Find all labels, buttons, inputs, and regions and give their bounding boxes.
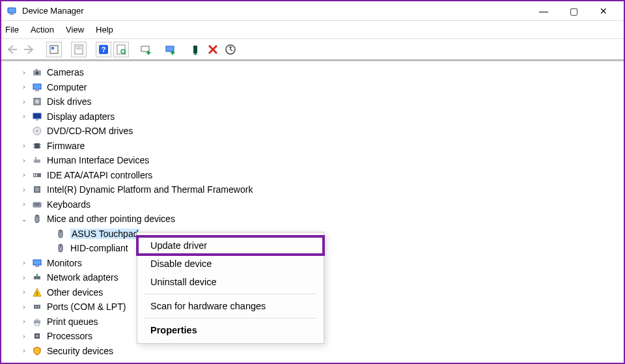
forward-icon (21, 42, 37, 57)
chevron-right-icon[interactable]: › (20, 259, 29, 266)
help-icon[interactable]: ? (96, 42, 111, 57)
tree-node-label: Monitors (47, 258, 82, 268)
tree-node[interactable]: DVD/CD-ROM drives (1, 124, 624, 139)
maximize-button[interactable]: ▢ (559, 1, 589, 21)
svg-point-17 (36, 72, 39, 75)
camera-icon (31, 66, 43, 78)
chevron-right-icon[interactable]: › (20, 303, 29, 311)
svg-point-55 (35, 306, 36, 307)
svg-rect-23 (33, 113, 41, 119)
tree-node-label: Disk drives (47, 96, 91, 107)
tree-node[interactable]: ›Cameras (1, 65, 624, 80)
security-icon (31, 345, 43, 357)
tree-node-label: Display adapters (47, 111, 115, 122)
properties-icon[interactable] (71, 42, 87, 57)
tree-node[interactable]: ⌄Mice and other pointing devices (1, 212, 624, 227)
chevron-right-icon[interactable]: › (20, 274, 29, 281)
svg-text:!: ! (36, 290, 38, 297)
cm-disable-device[interactable]: Disable device (137, 255, 324, 273)
tree-node-label: Mice and other pointing devices (47, 214, 175, 224)
chevron-right-icon[interactable]: › (20, 288, 29, 296)
chevron-right-icon[interactable]: › (20, 201, 29, 208)
menu-file[interactable]: File (5, 25, 19, 35)
menu-help[interactable]: Help (96, 25, 113, 35)
cm-separator (144, 318, 317, 318)
disable-icon[interactable] (188, 42, 203, 57)
tree-node[interactable]: ›Keyboards (1, 197, 624, 212)
cm-separator (144, 294, 317, 294)
svg-text:?: ? (102, 46, 106, 53)
svg-rect-49 (35, 266, 39, 267)
toolbar: ? (1, 39, 624, 61)
tree-node-label: Processors (47, 331, 92, 341)
chevron-right-icon[interactable]: › (20, 333, 29, 340)
tree-node-label: HID-compliant (70, 243, 128, 253)
chevron-down-icon[interactable]: ⌄ (20, 216, 29, 223)
chevron-right-icon[interactable]: › (20, 83, 29, 91)
cm-scan-hardware[interactable]: Scan for hardware changes (137, 297, 324, 315)
tree-node[interactable]: ›Disk drives (1, 94, 624, 109)
menu-view[interactable]: View (66, 25, 84, 35)
chevron-right-icon[interactable]: › (20, 347, 29, 354)
tree-node[interactable]: ›Human Interface Devices (1, 153, 624, 168)
svg-rect-59 (35, 323, 39, 326)
device-tree[interactable]: ›Cameras›Computer›Disk drives›Display ad… (1, 61, 624, 362)
tree-node[interactable]: ›Computer (1, 80, 624, 95)
chevron-right-icon[interactable]: › (20, 113, 29, 120)
svg-point-26 (36, 130, 38, 132)
cm-update-driver[interactable]: Update driver (137, 236, 324, 255)
tree-node[interactable]: ›IDE ATA/ATAPI controllers (1, 168, 624, 183)
titlebar: Device Manager — ▢ ✕ (1, 1, 624, 21)
update-driver-icon[interactable] (163, 42, 178, 57)
show-hidden-icon[interactable] (46, 42, 62, 57)
tree-node[interactable]: ›Security devices (1, 344, 624, 359)
computer-icon (31, 81, 43, 93)
svg-rect-3 (51, 47, 54, 49)
menubar: File Action View Help (1, 21, 624, 39)
chevron-right-icon[interactable]: › (20, 98, 29, 105)
tree-node-label: Other devices (47, 287, 103, 298)
tree-node[interactable]: ›Firmware (1, 139, 624, 154)
svg-rect-35 (34, 174, 35, 176)
tree-node-label: Human Interface Devices (47, 155, 149, 165)
chevron-right-icon[interactable]: › (20, 69, 29, 76)
tree-node-label: Print queues (47, 316, 98, 327)
uninstall-icon[interactable] (205, 42, 221, 57)
tree-node-label: Computer (47, 82, 87, 92)
svg-rect-58 (35, 318, 39, 320)
chevron-right-icon[interactable]: › (20, 318, 29, 325)
tree-node-label: Cameras (47, 67, 84, 77)
minimize-button[interactable]: — (529, 1, 559, 21)
mouse-icon (55, 242, 66, 254)
cm-properties[interactable]: Properties (137, 321, 324, 339)
close-button[interactable]: ✕ (589, 1, 618, 21)
svg-rect-50 (34, 276, 40, 279)
window-title: Device Manager (22, 6, 84, 16)
scan-icon[interactable] (113, 42, 129, 57)
chevron-right-icon[interactable]: › (20, 157, 29, 164)
cm-uninstall[interactable]: Uninstall device (137, 273, 324, 291)
chevron-right-icon[interactable]: › (20, 186, 29, 193)
disk-icon (31, 96, 43, 107)
tree-node[interactable]: ›Display adapters (1, 109, 624, 124)
chip-icon (31, 140, 43, 152)
add-legacy-icon[interactable] (138, 42, 154, 57)
hid-icon (31, 154, 43, 166)
tree-node-label: ASUS Touchpad (70, 229, 139, 239)
tree-node[interactable]: ›Intel(R) Dynamic Platform and Thermal F… (1, 182, 624, 197)
back-icon (4, 42, 20, 57)
cpu-icon (31, 330, 43, 342)
dvd-icon (31, 125, 43, 137)
refresh-icon[interactable] (223, 42, 238, 57)
svg-rect-18 (35, 69, 38, 70)
svg-rect-1 (10, 14, 14, 15)
warning-icon: ! (31, 287, 43, 298)
keyboard-icon (31, 199, 43, 210)
svg-rect-36 (36, 174, 37, 176)
chevron-right-icon[interactable]: › (20, 171, 29, 178)
chevron-right-icon[interactable]: › (20, 142, 29, 149)
port-icon (31, 301, 43, 313)
tree-node-label: Intel(R) Dynamic Platform and Thermal Fr… (47, 184, 253, 195)
thermal-icon (31, 184, 43, 195)
menu-action[interactable]: Action (31, 25, 54, 35)
